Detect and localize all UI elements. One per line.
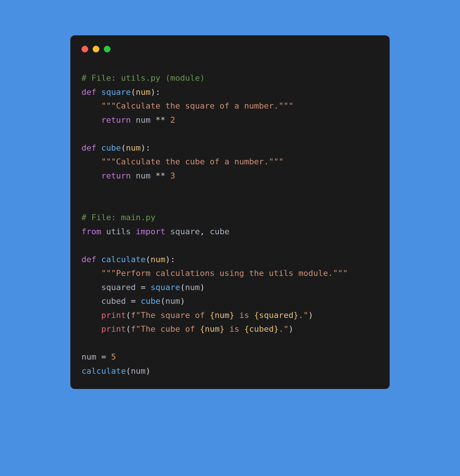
- code-docstring: """Calculate the square of a number.""": [101, 101, 294, 110]
- code-function-name: square: [101, 87, 131, 97]
- code-ident: num: [82, 352, 96, 361]
- code-punct: (: [126, 366, 131, 376]
- code-module: utils: [106, 227, 131, 236]
- code-string: .": [298, 311, 309, 320]
- code-punct: :: [170, 255, 175, 264]
- code-indent: [82, 171, 101, 180]
- code-indent: [82, 115, 101, 125]
- code-punct: (: [126, 324, 131, 334]
- code-ident: cubed: [101, 296, 126, 306]
- code-window: # File: utils.py (module) def square(num…: [70, 35, 390, 389]
- code-import: square: [170, 227, 199, 236]
- code-interp: {num}: [210, 311, 234, 320]
- zoom-icon[interactable]: [104, 46, 111, 52]
- code-keyword: def: [82, 143, 96, 152]
- code-punct: (: [180, 283, 185, 292]
- code-punct: (: [146, 255, 150, 264]
- code-comment: # File: main.py: [82, 213, 156, 222]
- close-icon[interactable]: [82, 46, 88, 52]
- code-punct: (: [126, 311, 131, 320]
- code-call: cube: [141, 296, 160, 306]
- code-string: "The cube of: [136, 324, 200, 334]
- code-operator: =: [126, 296, 141, 306]
- code-string: is: [224, 324, 244, 334]
- code-function-name: cube: [101, 143, 121, 152]
- code-indent: [82, 283, 101, 292]
- code-punct: ): [150, 87, 155, 97]
- code-ident: squared: [101, 283, 136, 292]
- code-function-name: calculate: [101, 255, 146, 264]
- code-punct: (: [121, 143, 126, 152]
- code-ident: num: [185, 283, 200, 292]
- code-docstring: """Calculate the cube of a number.""": [101, 157, 284, 166]
- code-punct: ): [288, 324, 293, 334]
- code-param: num: [126, 143, 141, 152]
- code-call: calculate: [82, 366, 126, 376]
- code-keyword: return: [101, 115, 131, 125]
- code-interp: {num}: [200, 324, 224, 334]
- code-punct: ,: [200, 227, 210, 236]
- code-indent: [82, 311, 101, 320]
- code-punct: ): [165, 255, 170, 264]
- code-block: # File: utils.py (module) def square(num…: [82, 71, 378, 378]
- code-punct: ): [141, 143, 146, 152]
- code-indent: [82, 324, 101, 334]
- code-operator: **: [156, 115, 166, 125]
- code-param: num: [150, 255, 165, 264]
- code-indent: [82, 268, 101, 278]
- code-number: 2: [170, 115, 175, 125]
- code-fprefix: f: [131, 324, 135, 334]
- code-keyword: from: [82, 227, 101, 236]
- code-interp: {cubed}: [244, 324, 279, 334]
- code-punct: (: [160, 296, 165, 306]
- code-indent: [82, 157, 101, 166]
- code-keyword: import: [136, 227, 165, 236]
- code-ident: num: [131, 366, 146, 376]
- code-ident: num: [136, 115, 151, 125]
- code-operator: **: [156, 171, 166, 180]
- code-string: "The square of: [136, 311, 210, 320]
- code-docstring: """Perform calculations using the utils …: [101, 268, 348, 278]
- code-punct: ): [200, 283, 205, 292]
- code-punct: :: [146, 143, 150, 152]
- window-controls: [82, 46, 378, 52]
- code-operator: =: [136, 283, 151, 292]
- code-ident: num: [165, 296, 180, 306]
- code-indent: [82, 296, 101, 306]
- code-number: 3: [170, 171, 175, 180]
- code-string: is: [234, 311, 254, 320]
- code-keyword: return: [101, 171, 131, 180]
- code-import: cube: [210, 227, 229, 236]
- code-keyword: def: [82, 255, 96, 264]
- code-builtin: print: [101, 311, 126, 320]
- code-keyword: def: [82, 87, 96, 97]
- code-interp: {squared}: [254, 311, 298, 320]
- code-param: num: [136, 87, 151, 97]
- code-punct: ): [146, 366, 150, 376]
- minimize-icon[interactable]: [93, 46, 99, 52]
- code-punct: ): [308, 311, 313, 320]
- code-comment: # File: utils.py (module): [82, 73, 205, 83]
- code-call: square: [150, 283, 180, 292]
- code-string: .": [279, 324, 289, 334]
- code-builtin: print: [101, 324, 126, 334]
- code-operator: =: [96, 352, 111, 361]
- code-ident: num: [136, 171, 151, 180]
- code-number: 5: [111, 352, 116, 361]
- code-indent: [82, 101, 101, 110]
- code-punct: ): [180, 296, 185, 306]
- code-punct: (: [131, 87, 135, 97]
- code-punct: :: [156, 87, 160, 97]
- code-fprefix: f: [131, 311, 135, 320]
